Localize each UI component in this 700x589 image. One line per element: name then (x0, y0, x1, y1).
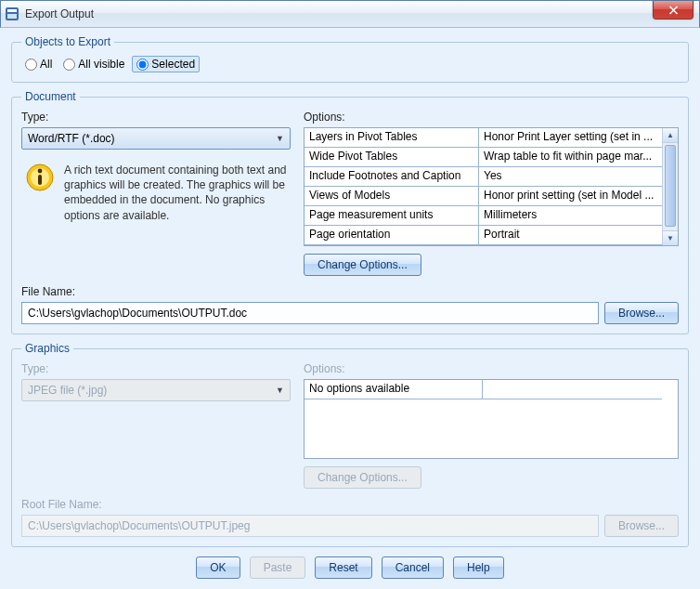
table-row[interactable]: Layers in Pivot TablesHonor Print Layer … (305, 128, 662, 148)
radio-all[interactable]: All (21, 57, 56, 72)
gfx-type-label: Type: (21, 362, 291, 375)
table-row[interactable]: Views of ModelsHonor print setting (set … (305, 187, 662, 206)
close-button[interactable] (653, 1, 694, 20)
window-titlebar: Export Output (0, 0, 700, 28)
table-row[interactable]: Page measurement unitsMillimeters (305, 206, 662, 226)
window-title: Export Output (25, 7, 94, 20)
option-key: Wide Pivot Tables (305, 148, 479, 166)
scrollbar[interactable]: ▲ ▼ (662, 128, 678, 245)
doc-options-table[interactable]: Layers in Pivot TablesHonor Print Layer … (304, 127, 679, 246)
close-icon (668, 6, 679, 15)
svg-rect-5 (38, 175, 42, 185)
radio-all-visible-label: All visible (78, 58, 124, 71)
option-key: Views of Models (305, 187, 479, 205)
table-row[interactable]: Page orientationPortrait (305, 226, 662, 245)
option-key: Page measurement units (305, 206, 479, 225)
doc-browse-button[interactable]: Browse... (604, 302, 679, 324)
ok-button[interactable]: OK (196, 556, 240, 579)
chevron-down-icon: ▼ (276, 386, 284, 395)
objects-legend: Objects to Export (21, 35, 114, 48)
gfx-options-table: No options available (304, 379, 679, 459)
gfx-type-select: JPEG file (*.jpg) ▼ (21, 379, 291, 401)
doc-description: A rich text document containing both tex… (64, 163, 287, 223)
document-legend: Document (21, 90, 80, 103)
reset-button[interactable]: Reset (315, 556, 371, 579)
dialog-footer: OK Paste Reset Cancel Help (11, 556, 689, 579)
help-button[interactable]: Help (453, 556, 504, 579)
option-key: Include Footnotes and Caption (305, 167, 479, 186)
graphics-legend: Graphics (21, 342, 73, 355)
gfx-rootfile-label: Root File Name: (21, 498, 679, 511)
table-row: No options available (305, 380, 662, 399)
scroll-up-icon[interactable]: ▲ (663, 128, 678, 143)
gfx-browse-button: Browse... (604, 515, 679, 537)
doc-type-select[interactable]: Word/RTF (*.doc) ▼ (21, 127, 291, 150)
option-value: Honor Print Layer setting (set in ... (479, 128, 662, 147)
doc-type-label: Type: (21, 111, 291, 124)
radio-selected-label: Selected (151, 58, 195, 71)
radio-all-label: All (40, 58, 52, 71)
gfx-options-label: Options: (304, 362, 679, 375)
chevron-down-icon: ▼ (276, 134, 284, 143)
radio-selected[interactable]: Selected (132, 56, 200, 72)
table-row[interactable]: Wide Pivot TablesWrap table to fit withi… (305, 148, 662, 167)
scroll-thumb[interactable] (665, 145, 676, 227)
option-value: Wrap table to fit within page mar... (479, 148, 662, 166)
doc-filename-input[interactable] (21, 302, 599, 324)
option-value: Millimeters (479, 206, 662, 225)
svg-rect-2 (7, 14, 17, 19)
scroll-down-icon[interactable]: ▼ (663, 230, 678, 245)
document-group: Document Type: Word/RTF (*.doc) ▼ A rich… (11, 90, 689, 334)
option-key: Page orientation (305, 226, 479, 244)
gfx-change-options-button: Change Options... (304, 466, 421, 489)
objects-to-export-group: Objects to Export All All visible Select… (11, 35, 689, 83)
svg-point-6 (38, 169, 43, 174)
option-key: Layers in Pivot Tables (305, 128, 479, 147)
doc-options-label: Options: (304, 111, 679, 124)
svg-rect-1 (7, 9, 17, 12)
radio-all-visible-input[interactable] (63, 59, 75, 71)
app-icon (5, 7, 19, 21)
graphics-group: Graphics Type: JPEG file (*.jpg) ▼ Optio… (11, 342, 689, 547)
option-value: Honor print setting (set in Model ... (479, 187, 662, 205)
gfx-rootfile-input (21, 515, 599, 537)
table-row[interactable]: Include Footnotes and CaptionYes (305, 167, 662, 187)
cancel-button[interactable]: Cancel (382, 556, 444, 579)
doc-type-value: Word/RTF (*.doc) (28, 132, 115, 145)
option-value: Portrait (479, 226, 662, 244)
paste-button: Paste (250, 556, 306, 579)
gfx-no-options: No options available (305, 380, 483, 399)
doc-change-options-button[interactable]: Change Options... (304, 254, 421, 276)
info-icon (25, 163, 55, 192)
gfx-type-value: JPEG file (*.jpg) (28, 384, 107, 397)
radio-selected-input[interactable] (136, 59, 149, 71)
radio-all-input[interactable] (25, 59, 37, 71)
option-value: Yes (479, 167, 662, 186)
radio-all-visible[interactable]: All visible (59, 57, 128, 72)
doc-filename-label: File Name: (21, 285, 679, 298)
